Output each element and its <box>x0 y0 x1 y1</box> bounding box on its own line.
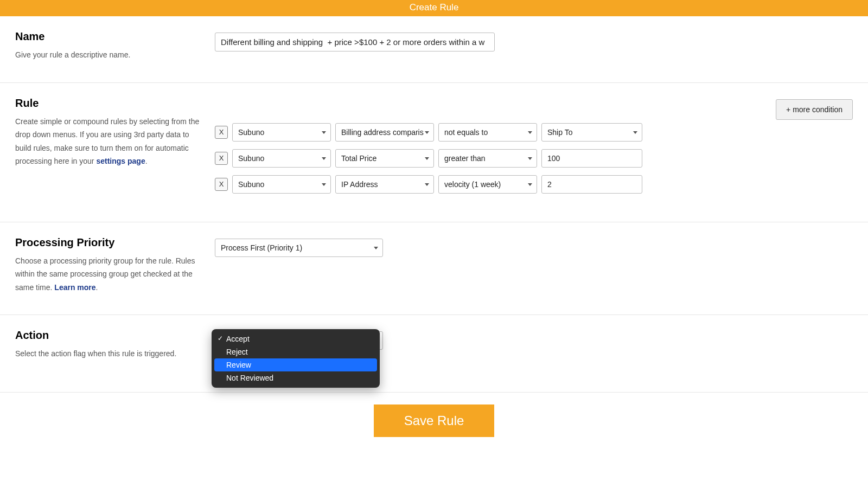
save-row: Save Rule <box>0 393 868 437</box>
condition-field-select[interactable]: IP Address <box>335 175 434 194</box>
condition-operator-select[interactable]: velocity (1 week) <box>438 175 537 194</box>
priority-select[interactable]: Process First (Priority 1) <box>215 239 383 257</box>
rule-section: Rule Create simple or compound rules by … <box>0 83 868 222</box>
rule-row: XSubunoIP Addressvelocity (1 week)2 <box>215 175 853 194</box>
condition-operator-select[interactable]: greater than <box>438 149 537 168</box>
rule-heading: Rule <box>15 97 204 110</box>
condition-source-select[interactable]: Subuno <box>232 149 331 168</box>
remove-condition-button[interactable]: X <box>215 152 228 165</box>
condition-source-select[interactable]: Subuno <box>232 175 331 194</box>
priority-section-right: Process First (Priority 1) <box>215 236 853 294</box>
rule-description: Create simple or compound rules by selec… <box>15 115 204 168</box>
learn-more-link[interactable]: Learn more <box>54 283 95 292</box>
action-section: Action Select the action flag when this … <box>0 315 868 393</box>
condition-value-select[interactable]: Ship To <box>541 123 642 142</box>
rule-section-right: + more condition XSubunoBilling address … <box>215 97 853 201</box>
rule-name-input[interactable] <box>215 33 495 52</box>
remove-condition-button[interactable]: X <box>215 178 228 191</box>
priority-description: Choose a processing priority group for t… <box>15 254 204 294</box>
action-option[interactable]: Not Reviewed <box>214 371 377 384</box>
condition-field-select[interactable]: Billing address comparis <box>335 123 434 142</box>
condition-value-input[interactable]: 100 <box>541 149 642 168</box>
priority-section-left: Processing Priority Choose a processing … <box>15 236 215 294</box>
rule-section-left: Rule Create simple or compound rules by … <box>15 97 215 201</box>
name-section-right <box>215 30 853 62</box>
action-heading: Action <box>15 329 204 342</box>
rule-row: XSubunoBilling address comparisnot equal… <box>215 123 853 142</box>
add-condition-button[interactable]: + more condition <box>776 99 853 120</box>
condition-operator-select[interactable]: not equals to <box>438 123 537 142</box>
priority-section: Processing Priority Choose a processing … <box>0 222 868 316</box>
name-section: Name Give your rule a descriptive name. <box>0 16 868 83</box>
rule-rows-container: XSubunoBilling address comparisnot equal… <box>215 123 853 194</box>
action-section-right: AcceptRejectReviewNot Reviewed <box>215 329 853 361</box>
page-title: Create Rule <box>410 2 459 12</box>
condition-value-input[interactable]: 2 <box>541 175 642 194</box>
condition-field-select[interactable]: Total Price <box>335 149 434 168</box>
action-option[interactable]: Reject <box>214 345 377 358</box>
name-section-left: Name Give your rule a descriptive name. <box>15 30 215 62</box>
condition-source-select[interactable]: Subuno <box>232 123 331 142</box>
action-description: Select the action flag when this rule is… <box>15 347 204 361</box>
action-option[interactable]: Accept <box>214 332 377 345</box>
action-dropdown-menu: AcceptRejectReviewNot Reviewed <box>212 329 380 388</box>
name-heading: Name <box>15 30 204 43</box>
action-option[interactable]: Review <box>214 358 377 371</box>
name-description: Give your rule a descriptive name. <box>15 48 204 62</box>
rule-row: XSubunoTotal Pricegreater than100 <box>215 149 853 168</box>
settings-page-link[interactable]: settings page <box>96 157 145 165</box>
page-header: Create Rule <box>0 0 868 16</box>
save-rule-button[interactable]: Save Rule <box>374 404 495 437</box>
priority-heading: Processing Priority <box>15 236 204 249</box>
remove-condition-button[interactable]: X <box>215 126 228 139</box>
action-section-left: Action Select the action flag when this … <box>15 329 215 361</box>
